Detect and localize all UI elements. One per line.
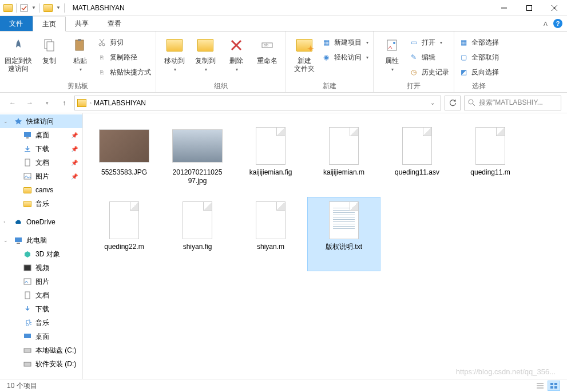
file-icon xyxy=(109,201,139,239)
newitem-button[interactable]: ▦新建项目▾ xyxy=(322,36,368,49)
file-name: queding22.m xyxy=(104,243,144,251)
pin-icon: 📌 xyxy=(71,173,78,180)
folder-icon xyxy=(77,99,86,107)
group-label: 组织 xyxy=(161,80,281,91)
text-file-icon xyxy=(329,201,359,239)
group-label: 剪贴板 xyxy=(5,80,151,91)
tab-view[interactable]: 查看 xyxy=(98,16,131,31)
delete-button[interactable]: 删除▾ xyxy=(223,34,250,72)
group-organize: 移动到▾ 复制到▾ 删除▾ ab重命名 组织 xyxy=(156,31,286,92)
sidebar-item-desktop2[interactable]: 桌面 xyxy=(0,330,82,343)
tab-file[interactable]: 文件 xyxy=(0,16,33,31)
sidebar-item-music[interactable]: 音乐 xyxy=(0,197,82,211)
file-item[interactable]: queding11.m xyxy=(454,122,527,197)
moveto-button[interactable]: 移动到▾ xyxy=(161,34,188,72)
sidebar-item-localdisk2[interactable]: 软件安装 (D:) xyxy=(0,357,82,371)
sidebar-item-onedrive[interactable]: ›OneDrive xyxy=(0,215,82,229)
easyaccess-button[interactable]: ◉轻松访问▾ xyxy=(322,51,368,64)
back-button[interactable]: ← xyxy=(6,96,19,110)
sidebar-item-pictures2[interactable]: 图片 xyxy=(0,275,82,288)
selectall-button[interactable]: ▦全部选择 xyxy=(459,36,499,49)
statusbar: 10 个项目 xyxy=(0,379,567,392)
file-item[interactable]: kaijijiemian.fig xyxy=(234,122,307,197)
refresh-button[interactable] xyxy=(445,96,461,110)
selectnone-button[interactable]: ▢全部取消 xyxy=(459,51,499,64)
address-bar[interactable]: ›MATLABSHIYAN ⌄ xyxy=(74,96,441,110)
svg-text:ab: ab xyxy=(264,43,268,47)
sidebar-item-videos[interactable]: 视频 xyxy=(0,261,82,275)
newfolder-button[interactable]: ✦新建 文件夹 xyxy=(291,34,318,73)
tab-home[interactable]: 主页 xyxy=(33,17,66,31)
paste-button[interactable]: 粘贴▾ xyxy=(66,34,94,72)
collapse-ribbon-icon[interactable]: ᐱ xyxy=(544,21,548,27)
pin-icon: 📌 xyxy=(71,146,78,152)
sidebar-item-thispc[interactable]: ⌄此电脑 xyxy=(0,233,82,247)
sidebar-item-documents2[interactable]: 文档 xyxy=(0,288,82,302)
sidebar-item-3dobjects[interactable]: 3D 对象 xyxy=(0,247,82,261)
copy-button[interactable]: 复制 xyxy=(35,34,63,65)
file-name: 2012070211025 97.jpg xyxy=(173,168,223,185)
svg-rect-24 xyxy=(25,159,30,166)
file-name: queding11.asv xyxy=(395,168,439,177)
cut-button[interactable]: 剪切 xyxy=(97,36,151,49)
edit-button[interactable]: ✎编辑 xyxy=(409,51,449,64)
sidebar-item-pictures[interactable]: 图片📌 xyxy=(0,169,82,183)
sidebar-item-quickaccess[interactable]: ⌄快速访问 xyxy=(0,114,82,128)
search-icon xyxy=(468,99,475,106)
up-button[interactable]: ↑ xyxy=(57,96,71,110)
forward-button[interactable]: → xyxy=(23,96,37,110)
rename-button[interactable]: ab重命名 xyxy=(253,34,281,65)
copypath-button[interactable]: ⎘复制路径 xyxy=(97,51,151,64)
thumbnails-view-button[interactable] xyxy=(548,381,560,391)
svg-rect-32 xyxy=(24,349,31,353)
tab-share[interactable]: 共享 xyxy=(66,16,98,31)
group-label: 选择 xyxy=(459,80,499,91)
sidebar-item-localdisk[interactable]: 本地磁盘 (C:) xyxy=(0,343,82,357)
file-item[interactable]: shiyan.m xyxy=(234,197,307,271)
file-item[interactable]: 2012070211025 97.jpg xyxy=(161,122,234,197)
search-input[interactable]: 搜索"MATLABSHIY... xyxy=(464,96,561,110)
breadcrumb[interactable]: ›MATLABSHIYAN xyxy=(90,99,146,107)
image-thumbnail xyxy=(99,129,149,163)
file-item[interactable]: queding22.m xyxy=(88,197,161,271)
pin-quickaccess-button[interactable]: 固定到快 速访问 xyxy=(5,34,32,73)
file-item[interactable]: queding11.asv xyxy=(380,122,454,197)
file-item[interactable]: shiyan.fig xyxy=(161,197,234,271)
details-view-button[interactable] xyxy=(534,381,546,391)
help-icon[interactable]: ? xyxy=(553,19,562,28)
file-item[interactable]: 版权说明.txt xyxy=(307,197,380,271)
checkmark-icon[interactable] xyxy=(20,4,28,12)
sidebar-item-documents[interactable]: 文档📌 xyxy=(0,156,82,169)
invertsel-button[interactable]: ◩反向选择 xyxy=(459,66,499,78)
svg-rect-22 xyxy=(26,137,29,138)
pasteshortcut-button[interactable]: ⎘粘贴快捷方式 xyxy=(97,66,151,78)
main: ⌄快速访问 桌面📌 下载📌 文档📌 图片📌 canvs 音乐 ›OneDrive… xyxy=(0,113,567,379)
recent-dropdown[interactable]: ▾ xyxy=(40,96,54,110)
sidebar-item-music2[interactable]: 音乐 xyxy=(0,316,82,330)
window-title: MATLABSHIYAN xyxy=(73,4,125,12)
history-button[interactable]: ◷历史记录 xyxy=(409,66,449,78)
file-list[interactable]: 55253583.JPG2012070211025 97.jpgkaijijie… xyxy=(83,113,567,379)
properties-button[interactable]: 属性▾ xyxy=(378,34,406,72)
file-item[interactable]: 55253583.JPG xyxy=(88,122,161,197)
dropdown-icon[interactable]: ▼ xyxy=(56,5,61,10)
group-open: 属性▾ ▭打开▾ ✎编辑 ◷历史记录 打开 xyxy=(374,31,454,92)
svg-point-10 xyxy=(102,43,105,46)
close-button[interactable] xyxy=(542,0,567,16)
address-dropdown-icon[interactable]: ⌄ xyxy=(427,100,438,106)
open-button[interactable]: ▭打开▾ xyxy=(409,36,449,49)
file-item[interactable]: kaijijiemian.m xyxy=(307,122,380,197)
ribbon: 固定到快 速访问 复制 粘贴▾ 剪切 ⎘复制路径 ⎘粘贴快捷方式 剪贴板 移动到… xyxy=(0,31,567,93)
copyto-button[interactable]: 复制到▾ xyxy=(192,34,219,72)
maximize-button[interactable] xyxy=(517,0,542,16)
sidebar-item-downloads[interactable]: 下载📌 xyxy=(0,142,82,156)
sidebar-item-canvs[interactable]: canvs xyxy=(0,183,82,197)
dropdown-icon[interactable]: ▼ xyxy=(31,5,36,10)
sidebar-item-desktop[interactable]: 桌面📌 xyxy=(0,128,82,142)
sidebar[interactable]: ⌄快速访问 桌面📌 下载📌 文档📌 图片📌 canvs 音乐 ›OneDrive… xyxy=(0,113,83,379)
svg-rect-27 xyxy=(17,243,20,244)
ribbon-tabs: 文件 主页 共享 查看 ᐱ ? xyxy=(0,16,567,31)
file-name: kaijijiemian.fig xyxy=(249,168,292,177)
sidebar-item-downloads2[interactable]: 下载 xyxy=(0,302,82,316)
minimize-button[interactable] xyxy=(491,0,517,16)
